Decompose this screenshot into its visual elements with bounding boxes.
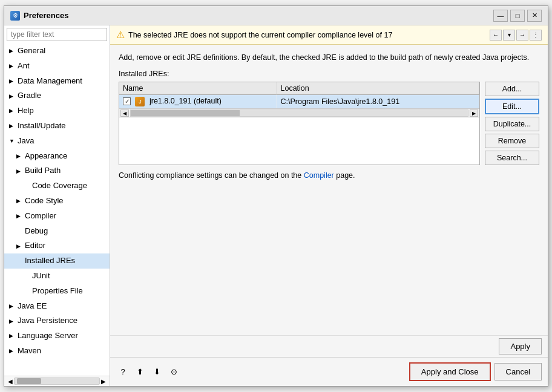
sidebar-item-properties-file[interactable]: Properties File (4, 284, 110, 299)
warning-more-button[interactable]: ⋮ (530, 30, 542, 41)
filter-input[interactable] (7, 28, 107, 41)
close-button[interactable]: ✕ (527, 10, 542, 22)
sidebar-item-compiler[interactable]: ▶ Compiler (4, 209, 110, 224)
export-icon-button[interactable]: ⬆ (133, 365, 146, 379)
sidebar-item-code-coverage[interactable]: Code Coverage (4, 178, 110, 194)
warning-dropdown-button[interactable]: ▾ (503, 30, 515, 41)
right-panel: ⚠ The selected JRE does not support the … (110, 25, 548, 386)
warning-bar: ⚠ The selected JRE does not support the … (110, 25, 548, 45)
installed-jres-label: Installed JREs: (119, 70, 539, 78)
arrow-icon: ▶ (16, 212, 24, 220)
sidebar-item-gradle[interactable]: ▶ Gradle (4, 88, 110, 103)
app-icon: ⚙ (10, 11, 20, 21)
add-button[interactable]: Add... (485, 82, 539, 96)
table-scroll-left-icon[interactable]: ◀ (120, 109, 129, 117)
remove-button[interactable]: Remove (485, 134, 539, 148)
table-scroll-right-icon[interactable]: ▶ (470, 109, 478, 117)
sidebar-item-editor[interactable]: ▶ Editor (4, 238, 110, 253)
arrow-icon: ▶ (9, 302, 16, 310)
sidebar-item-installed-jres[interactable]: Installed JREs (4, 253, 110, 269)
arrow-icon (24, 287, 31, 295)
arrow-icon: ▼ (9, 137, 16, 145)
jre-icon: J (135, 97, 145, 106)
warning-text: The selected JRE does not support the cu… (128, 31, 486, 39)
import-icon: ⬇ (154, 367, 160, 376)
arrow-icon: ▶ (9, 106, 16, 115)
sidebar-item-java-persistence[interactable]: ▶ Java Persistence (4, 313, 110, 328)
warning-icon: ⚠ (116, 29, 125, 41)
scroll-right-icon[interactable]: ▶ (100, 378, 107, 385)
compliance-text: Conflicting compliance settings can be c… (119, 171, 539, 180)
jre-checkbox[interactable] (123, 97, 131, 105)
settings-icon-button[interactable]: ⊙ (167, 365, 180, 379)
compiler-link[interactable]: Compiler (304, 171, 334, 180)
sidebar-item-help[interactable]: ▶ Help (4, 103, 110, 119)
sidebar-item-ant[interactable]: ▶ Ant (4, 59, 110, 74)
apply-section: Apply (110, 335, 548, 357)
sidebar-scroll-track[interactable] (14, 377, 100, 385)
scroll-left-icon[interactable]: ◀ (7, 378, 14, 385)
table-row[interactable]: J jre1.8.0_191 (default) C:\Program File… (119, 94, 479, 108)
jre-name: jre1.8.0_191 (default) (150, 97, 222, 105)
table-scroll-thumb (131, 110, 240, 116)
jre-table-container: Name Location J jre1.8.0_191 (default) (119, 82, 480, 165)
duplicate-button[interactable]: Duplicate... (485, 117, 539, 131)
settings-icon: ⊙ (171, 367, 177, 376)
arrow-icon: ▶ (9, 77, 16, 85)
compliance-suffix: page. (336, 171, 355, 180)
preferences-dialog: ⚙ Preferences — □ ✕ ▶ General ▶ Ant (4, 5, 548, 387)
minimize-button[interactable]: — (493, 10, 508, 22)
bottom-actions: ? ⬆ ⬇ ⊙ Apply and Close Cancel (110, 357, 548, 386)
arrow-icon (24, 272, 31, 280)
edit-button[interactable]: Edit... (485, 99, 539, 114)
main-content: ▶ General ▶ Ant ▶ Data Management ▶ Grad… (4, 25, 548, 386)
jre-location-cell: C:\Program Files\Java\jre1.8.0_191 (277, 94, 479, 108)
sidebar-item-language-server[interactable]: ▶ Language Server (4, 328, 110, 344)
sidebar-scrollbar[interactable]: ◀ ▶ (4, 376, 110, 386)
sidebar-item-debug[interactable]: Debug (4, 224, 110, 239)
apply-button[interactable]: Apply (499, 338, 542, 354)
table-header-row: Name Location (119, 82, 479, 95)
sidebar-item-code-style[interactable]: ▶ Code Style (4, 194, 110, 209)
arrow-icon: ▶ (9, 347, 16, 355)
sidebar-item-build-path[interactable]: ▶ Build Path (4, 163, 110, 178)
table-scrollbar[interactable]: ◀ ▶ (119, 108, 479, 118)
dialog-buttons: Apply and Close Cancel (409, 362, 542, 381)
sidebar-item-data-management[interactable]: ▶ Data Management (4, 74, 110, 89)
sidebar-item-install-update[interactable]: ▶ Install/Update (4, 119, 110, 134)
tree-area: ▶ General ▶ Ant ▶ Data Management ▶ Grad… (4, 44, 110, 376)
warning-forward-button[interactable]: → (516, 30, 528, 41)
cancel-button[interactable]: Cancel (494, 363, 542, 381)
jre-action-buttons: Add... Edit... Duplicate... Remove Searc… (485, 82, 539, 165)
table-scroll-track[interactable] (130, 109, 468, 117)
arrow-icon (16, 227, 24, 235)
export-icon: ⬆ (137, 367, 143, 376)
help-icon-button[interactable]: ? (116, 365, 130, 379)
title-controls: — □ ✕ (493, 10, 542, 22)
sidebar-item-maven[interactable]: ▶ Maven (4, 344, 110, 359)
sidebar-item-junit[interactable]: JUnit (4, 269, 110, 284)
table-and-buttons: Name Location J jre1.8.0_191 (default) (119, 82, 539, 165)
compliance-text-part: Conflicting compliance settings can be c… (119, 171, 301, 180)
search-button[interactable]: Search... (485, 151, 539, 165)
maximize-button[interactable]: □ (510, 10, 525, 22)
title-bar-left: ⚙ Preferences (10, 11, 68, 21)
dialog-title: Preferences (24, 11, 68, 20)
arrow-icon: ▶ (9, 92, 16, 100)
sidebar-item-java[interactable]: ▼ Java (4, 134, 110, 149)
apply-and-close-button[interactable]: Apply and Close (409, 362, 491, 381)
arrow-icon (16, 256, 24, 265)
help-icon: ? (120, 367, 125, 376)
arrow-icon: ▶ (9, 62, 16, 70)
sidebar-item-java-ee[interactable]: ▶ Java EE (4, 299, 110, 314)
sidebar-item-general[interactable]: ▶ General (4, 44, 110, 59)
warning-back-button[interactable]: ← (490, 30, 502, 41)
import-icon-button[interactable]: ⬇ (150, 365, 163, 379)
arrow-icon: ▶ (9, 122, 16, 130)
arrow-icon: ▶ (16, 197, 24, 205)
col-location-header: Location (277, 82, 479, 95)
section-description: Add, remove or edit JRE definitions. By … (119, 52, 539, 64)
arrow-icon: ▶ (16, 242, 24, 250)
sidebar: ▶ General ▶ Ant ▶ Data Management ▶ Grad… (4, 25, 110, 386)
sidebar-item-appearance[interactable]: ▶ Appearance (4, 149, 110, 164)
